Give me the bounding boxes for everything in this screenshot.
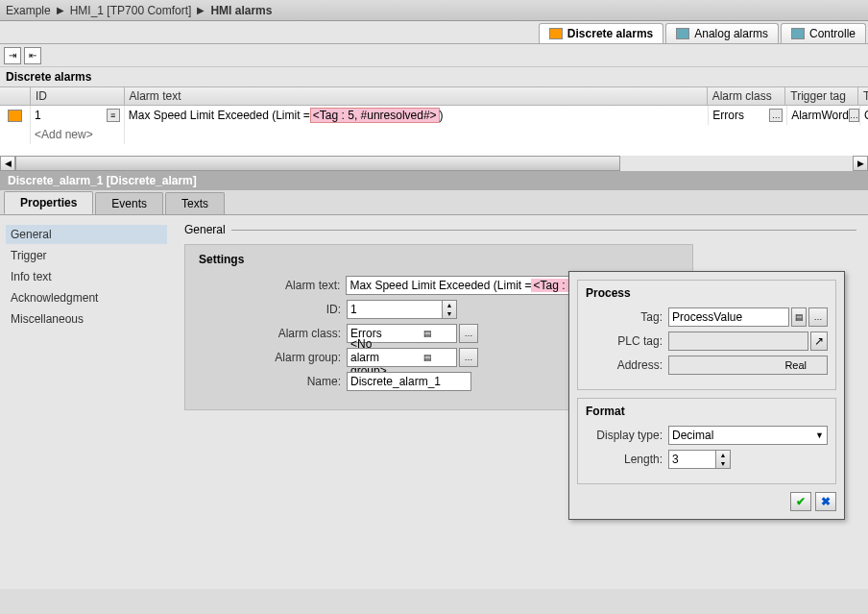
label-length: Length: [586, 453, 663, 466]
col-t[interactable]: T [858, 87, 868, 105]
data-type-badge: Real [779, 359, 812, 371]
process-group: Process Tag: ProcessValue ▤ … PLC tag: ↗… [577, 280, 836, 390]
inspector-title: Discrete_alarm_1 [Discrete_alarm] [0, 171, 868, 190]
discrete-alarm-icon [549, 28, 563, 39]
browse-button[interactable]: … [808, 307, 828, 327]
property-categories: General Trigger Info text Acknowledgment… [0, 215, 173, 589]
cancel-button[interactable]: ✖ [815, 492, 836, 511]
divider [231, 230, 856, 231]
alarm-row-icon [8, 110, 22, 122]
nav-general[interactable]: General [6, 225, 167, 244]
col-alarm-class[interactable]: Alarm class [708, 87, 786, 105]
length-input[interactable] [668, 450, 716, 469]
browse-button[interactable]: … [459, 324, 478, 343]
col-alarm-text[interactable]: Alarm text [125, 87, 708, 105]
scroll-right-button[interactable]: ▶ [853, 156, 868, 171]
bc-device[interactable]: HMI_1 [TP700 Comfort] [70, 4, 192, 17]
length-spinner[interactable]: ▲▼ [668, 450, 731, 469]
tag-config-popup: Process Tag: ProcessValue ▤ … PLC tag: ↗… [568, 271, 845, 520]
label-alarm-text: Alarm text: [197, 279, 340, 292]
cell-text-tag: <Tag : 5, #unresolved#> [310, 108, 440, 123]
spin-up-icon[interactable]: ▲ [443, 301, 456, 309]
display-type-combo[interactable]: Decimal ▼ [668, 426, 828, 445]
spinner-icon[interactable]: ≡ [107, 109, 120, 122]
tab-properties[interactable]: Properties [4, 191, 93, 214]
process-title: Process [586, 286, 828, 300]
label-alarm-class: Alarm class: [197, 327, 341, 340]
table-row[interactable]: 1≡ Max Speed Limit Exceeded (Limit = <Ta… [0, 106, 868, 125]
col-id[interactable]: ID [31, 87, 125, 105]
nav-trigger[interactable]: Trigger [6, 246, 167, 265]
tab-texts[interactable]: Texts [165, 192, 225, 214]
bc-root[interactable]: Example [6, 4, 51, 17]
alarm-type-tabs: Discrete alarms Analog alarms Controlle [0, 21, 868, 44]
nav-acknowledgment[interactable]: Acknowledgment [6, 288, 167, 307]
chevron-right-icon: ▶ [197, 5, 205, 15]
spin-down-icon[interactable]: ▼ [443, 309, 456, 318]
label-name: Name: [197, 375, 341, 388]
add-new-label: <Add new> [31, 125, 125, 144]
browse-button[interactable]: … [459, 348, 478, 367]
tab-events[interactable]: Events [95, 192, 163, 214]
inspector-body: General Trigger Info text Acknowledgment… [0, 215, 868, 589]
add-new-row[interactable]: <Add new> [0, 125, 868, 144]
label-id: ID: [197, 303, 341, 316]
bc-current: HMI alarms [210, 4, 272, 17]
confirm-button[interactable]: ✔ [790, 492, 811, 511]
section-general-label: General [184, 223, 226, 236]
settings-title: Settings [199, 253, 681, 266]
scroll-left-button[interactable]: ◀ [0, 156, 15, 171]
plc-tag-field [668, 332, 808, 351]
chevron-down-icon[interactable]: ▼ [815, 430, 824, 440]
browse-button[interactable]: … [769, 109, 783, 122]
list-icon[interactable]: ▤ [791, 307, 807, 327]
check-icon: ✔ [796, 495, 806, 508]
nav-info-text[interactable]: Info text [6, 267, 167, 286]
label-display-type: Display type: [586, 429, 663, 442]
list-icon[interactable]: ▤ [402, 353, 454, 362]
col-trigger-tag[interactable]: Trigger tag [785, 87, 858, 105]
list-icon[interactable]: ▤ [402, 329, 454, 338]
property-page: General Settings Alarm text: Max Speed L… [173, 215, 868, 589]
import-button[interactable]: ⇤ [24, 47, 41, 64]
tab-analog-alarms[interactable]: Analog alarms [665, 23, 779, 43]
section-title: Discrete alarms [0, 67, 868, 86]
toolbar: ⇥ ⇤ [0, 44, 868, 67]
goto-icon[interactable]: ↗ [810, 332, 828, 351]
scroll-track[interactable] [15, 156, 853, 171]
popup-buttons: ✔ ✖ [577, 492, 836, 511]
horizontal-scrollbar[interactable]: ◀ ▶ [0, 156, 868, 171]
id-input[interactable] [347, 300, 443, 319]
cell-text-prefix: Max Speed Limit Exceeded (Limit = [129, 109, 310, 122]
breadcrumb: Example ▶ HMI_1 [TP700 Comfort] ▶ HMI al… [0, 0, 868, 21]
format-title: Format [586, 405, 828, 418]
tab-controller[interactable]: Controlle [781, 23, 866, 43]
cell-t: C [860, 106, 868, 125]
section-header: General [184, 223, 856, 236]
spin-up-icon[interactable]: ▲ [716, 451, 730, 459]
name-input[interactable] [347, 372, 471, 391]
label-alarm-group: Alarm group: [197, 351, 341, 364]
grid-header: ID Alarm text Alarm class Trigger tag T [0, 86, 868, 106]
export-button[interactable]: ⇥ [4, 47, 21, 64]
spin-down-icon[interactable]: ▼ [716, 459, 730, 468]
cell-class: Errors [712, 109, 744, 122]
label-plc-tag: PLC tag: [586, 334, 663, 348]
tab-discrete-alarms[interactable]: Discrete alarms [539, 23, 663, 43]
alarm-grid: 1≡ Max Speed Limit Exceeded (Limit = <Ta… [0, 106, 868, 156]
id-spinner[interactable]: ▲▼ [347, 300, 457, 319]
label-address: Address: [586, 358, 663, 372]
controller-icon [791, 28, 805, 39]
cell-id: 1 [35, 109, 41, 122]
alarm-group-combo[interactable]: <No alarm group>▤ [347, 348, 457, 367]
analog-alarm-icon [676, 28, 689, 39]
nav-miscellaneous[interactable]: Miscellaneous [6, 309, 167, 329]
col-marker [0, 87, 31, 105]
cell-trigger: AlarmWord [791, 109, 849, 122]
scroll-thumb[interactable] [15, 156, 620, 171]
label-tag: Tag: [586, 310, 663, 324]
browse-button[interactable]: … [849, 109, 859, 122]
inspector-tabs: Properties Events Texts [0, 190, 868, 215]
tag-field[interactable]: ProcessValue [668, 307, 789, 327]
cell-text-suffix: ) [440, 109, 444, 122]
